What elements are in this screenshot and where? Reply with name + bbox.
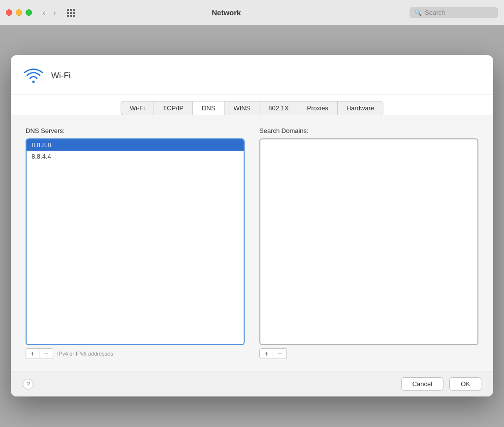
help-button[interactable]: ? [23,379,33,390]
add-dns-server-button[interactable]: + [26,348,39,359]
search-domains-label: Search Domains: [259,127,478,134]
dialog-window: Wi-Fi Wi-Fi TCP/IP DNS WINS 802.1X Proxi… [11,55,493,396]
dns-server-item-0[interactable]: 8.8.8.8 [27,139,244,151]
add-search-domain-button[interactable]: + [259,348,273,359]
remove-search-domain-button[interactable]: − [273,348,287,359]
search-bar[interactable]: 🔍 Search [410,7,498,18]
footer-buttons: Cancel OK [401,377,481,391]
search-domains-section: Search Domains: + − [259,127,478,359]
window-title: Network [43,8,410,17]
remove-dns-server-button[interactable]: − [39,348,53,359]
minimize-button[interactable] [16,9,22,16]
title-bar: ‹ › Network 🔍 Search [0,0,504,26]
tab-wifi[interactable]: Wi-Fi [121,101,154,115]
dialog-footer: ? Cancel OK [11,371,493,396]
tab-tcpip[interactable]: TCP/IP [154,101,192,115]
maximize-button[interactable] [26,9,32,16]
dns-servers-controls: + − IPv4 or IPv6 addresses [26,348,245,359]
tab-bar: Wi-Fi TCP/IP DNS WINS 802.1X Proxies Har… [11,95,493,115]
tab-dns[interactable]: DNS [192,101,224,115]
search-placeholder: Search [425,9,445,16]
svg-point-0 [32,81,35,83]
tab-hardware[interactable]: Hardware [337,101,383,115]
wifi-icon [23,65,44,87]
tab-wins[interactable]: WINS [224,101,259,115]
tab-8021x[interactable]: 802.1X [259,101,297,115]
dns-servers-label: DNS Servers: [26,127,245,134]
ok-button[interactable]: OK [449,377,481,391]
search-domains-controls: + − [259,348,478,359]
dns-servers-list[interactable]: 8.8.8.8 8.8.4.4 [26,138,245,345]
dialog-content: DNS Servers: 8.8.8.8 8.8.4.4 + − IPv4 or… [11,115,493,371]
search-icon: 🔍 [414,9,422,16]
tab-proxies[interactable]: Proxies [298,101,337,115]
dns-server-item-1[interactable]: 8.8.4.4 [27,151,244,162]
lists-container: DNS Servers: 8.8.8.8 8.8.4.4 + − IPv4 or… [26,127,478,359]
traffic-lights [6,9,32,16]
connection-label: Wi-Fi [51,71,71,81]
hint-text: IPv4 or IPv6 addresses [57,351,113,357]
close-button[interactable] [6,9,12,16]
search-domains-list[interactable] [259,138,478,345]
cancel-button[interactable]: Cancel [401,377,443,391]
dns-servers-section: DNS Servers: 8.8.8.8 8.8.4.4 + − IPv4 or… [26,127,245,359]
dialog-header: Wi-Fi [11,55,493,95]
